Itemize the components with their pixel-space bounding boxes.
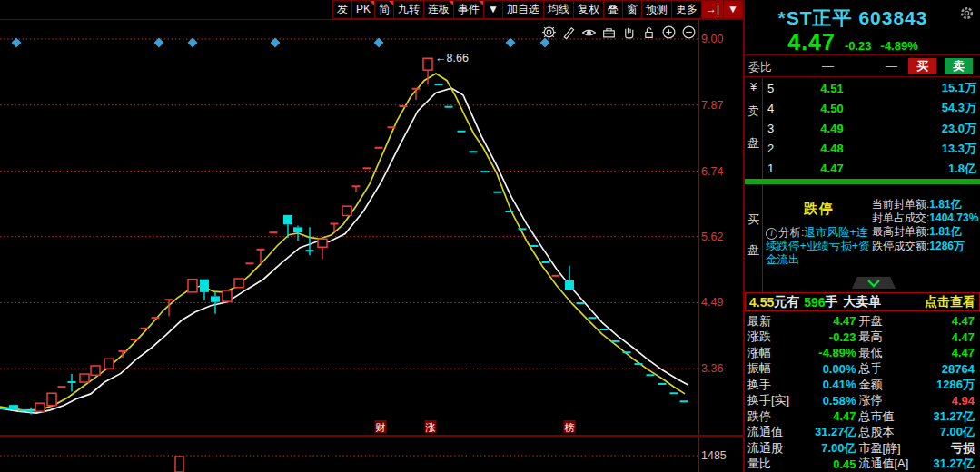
diamond-signal [271,38,281,48]
sell-row-3[interactable]: 34.4923.0万 [764,118,980,138]
weicha-value: — [886,59,897,73]
view-details-link[interactable]: 点击查看 [925,294,975,310]
hand-icon[interactable] [621,25,637,40]
stat-value: 31.27亿 [917,408,978,425]
buy-button[interactable]: 买 [908,58,936,74]
y-axis-tick: 7.87 [701,99,723,112]
weibi-value: — [822,59,834,73]
stat-label: 跌停 [747,408,798,425]
stat-value: 7.00亿 [798,440,859,457]
toolbar-item-more[interactable]: 更多 [671,0,702,19]
price-change: -0.23 [845,39,872,53]
candle-down [9,405,18,409]
book-amount: 54.3万 [913,100,976,116]
gear-icon[interactable] [541,25,557,40]
lock-icon[interactable] [641,25,657,40]
toolbar-item-collapse-panel[interactable]: →| [701,0,724,19]
stat-label: 总手 [859,360,917,377]
candle-up [423,58,432,70]
pan-char: 盘 [747,242,759,259]
sell-row-1[interactable]: 14.471.8亿 [764,159,980,179]
candle-up [80,374,89,382]
alert-label: 大卖单 [844,294,882,310]
toolbar-item-add-watchlist[interactable]: 加自选 [502,0,544,19]
stat-value: 4.47 [917,330,978,344]
seal-stat-row: 当前封单额:1.81亿 [872,198,980,211]
candle-up [35,403,45,411]
alert-lots: 596 [804,295,825,310]
sell-row-5[interactable]: 54.5115.1万 [764,78,980,98]
toolbar-item-events[interactable]: 事件 [453,0,484,19]
buy-side-label: 买 盘 [745,184,763,292]
settings-gear-icon[interactable] [959,5,975,25]
diamond-signal [374,38,384,48]
currency-symbol: ¥ [750,80,757,93]
stock-title: *ST正平 603843 [745,5,961,31]
candle-up [188,280,197,292]
big-sell-order-alert[interactable]: 4.55 元有 596 手 大卖单 点击查看 [745,292,980,311]
toolbar-item-pk[interactable]: PK [351,0,375,19]
candle-down [283,215,292,224]
stock-code: 603843 [858,7,927,28]
toolbar-item-nine-turn[interactable]: 九转 [393,0,424,19]
toolbar-item-publish[interactable]: 发 [332,0,352,19]
toolbar-item-panel-dropdown[interactable]: ▼ [723,0,743,19]
pan-char: 盘 [747,135,759,152]
book-price: 4.51 [782,82,913,95]
sell-order-book: ¥ 卖 盘 54.5115.1万44.5054.3万34.4923.0万24.4… [745,78,980,179]
toolbar-item-window[interactable]: 窗 [622,0,642,19]
zoom-out-icon[interactable] [681,25,697,40]
candle-up [234,279,243,288]
sell-button[interactable]: 卖 [945,58,973,74]
weibi-label: 委比 [748,59,772,75]
expand-chevron[interactable] [852,277,896,289]
book-amount: 15.1万 [913,80,976,96]
toolbar-item-events-dropdown[interactable]: ▼ [483,0,503,19]
toolbar-item-overlay[interactable]: 叠 [603,0,623,19]
book-amount: 13.3万 [913,141,976,157]
y-axis-tick: 4.49 [701,296,723,309]
stat-label: 流通股 [747,440,798,457]
book-level: 5 [767,82,782,95]
limit-down-status: 跌停 [766,201,873,218]
candle-down [211,296,220,301]
zoom-in-icon[interactable] [661,25,677,40]
stat-value: 4.47 [917,314,978,328]
stat-value: -0.23 [798,330,859,344]
stat-label: 最高 [859,329,917,345]
eye-icon[interactable] [581,25,597,40]
toolbox-icon[interactable] [601,25,617,40]
limit-status-block: 跌停 i分析:退市风险+连续跌停+业绩亏损+资金流出 [766,184,873,267]
sell-row-4[interactable]: 44.5054.3万 [764,98,980,118]
book-level: 3 [767,122,782,135]
y-axis-tick: 9.00 [701,33,723,45]
buy-char: 买 [747,211,759,228]
toolbar-item-consecutive-boards[interactable]: 连板 [423,0,454,19]
stat-label: 总市值 [859,408,917,425]
candle-down [293,227,302,232]
kline-chart: 9.007.876.745.624.493.361485财涨榜←8.66 [0,0,743,472]
stat-value: 28764 [917,362,978,376]
pen-icon[interactable] [561,25,577,40]
stat-value: 4.47 [798,409,859,423]
quote-header: *ST正平 603843 4.47 -0.23 -4.89% [745,0,980,54]
toolbar-item-brief[interactable]: 简 [374,0,394,19]
stat-label: 市盈[静] [859,440,917,457]
sell-row-2[interactable]: 24.4813.3万 [764,139,980,159]
toolbar-item-moving-average[interactable]: 均线 [543,0,574,19]
candle-up [223,290,232,301]
book-amount: 1.8亿 [913,161,976,177]
stat-label: 涨幅 [747,345,798,361]
toolbar-item-forecast[interactable]: 预测 [641,0,672,19]
book-price: 4.47 [782,162,913,175]
analysis-text: i分析:退市风险+连续跌停+业绩亏损+资金流出 [766,226,873,267]
ma-line-white [0,88,688,413]
weibi-row: 委比 — — 买 卖 [745,54,980,77]
stat-label: 涨停 [859,392,917,408]
candle-up [318,239,327,247]
volume-bar [175,457,183,472]
y-axis-tick: 3.36 [701,362,723,375]
stats-grid: 最新4.47开盘4.47涨跌-0.23最高4.47涨幅-4.89%最低4.47振… [745,313,980,472]
toolbar-item-price-adjust[interactable]: 复权 [573,0,604,19]
stat-value: 亏损 [917,440,978,457]
